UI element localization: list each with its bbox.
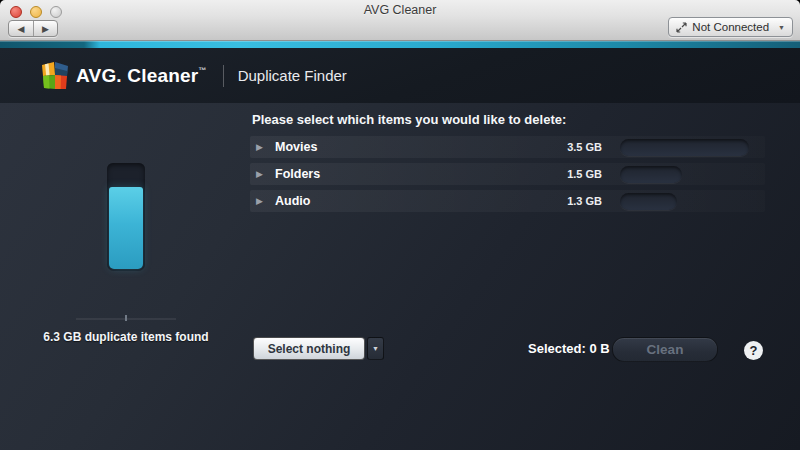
size-bar [620, 193, 677, 210]
size-bar [620, 139, 749, 156]
disclosure-icon[interactable]: ▶ [256, 169, 275, 179]
category-size: 1.5 GB [542, 168, 602, 180]
brand-title: AVG. Cleaner™ [76, 65, 207, 87]
size-bar-track [620, 139, 760, 156]
accent-strip [0, 41, 800, 48]
app-window: AVG Cleaner ◀ ▶ Not Connected ▼ AVG. [0, 0, 800, 450]
back-button[interactable]: ◀ [9, 21, 33, 36]
category-label: Audio [275, 194, 542, 208]
header-divider [223, 65, 224, 87]
category-size: 3.5 GB [542, 141, 602, 153]
app-header: AVG. Cleaner™ Duplicate Finder [0, 48, 800, 103]
list-item-folders[interactable]: ▶ Folders 1.5 GB [250, 163, 765, 185]
category-size: 1.3 GB [542, 195, 602, 207]
section-heading: Please select which items you would like… [252, 112, 566, 127]
forward-button[interactable]: ▶ [33, 21, 57, 36]
select-options-dropdown[interactable]: ▼ [367, 337, 384, 360]
selected-size-label: Selected: 0 B [528, 341, 610, 356]
category-label: Folders [275, 167, 542, 181]
disclosure-icon[interactable]: ▶ [256, 142, 275, 152]
chevron-down-icon: ▼ [372, 345, 379, 352]
connect-arrows-icon [676, 22, 687, 33]
nav-buttons: ◀ ▶ [8, 20, 58, 37]
chevron-down-icon: ▼ [778, 24, 785, 31]
main-content: 6.3 GB duplicate items found Please sele… [0, 103, 800, 450]
help-button[interactable]: ? [744, 341, 763, 360]
back-icon: ◀ [18, 24, 25, 34]
duplicates-gauge-fill [109, 187, 143, 269]
duplicates-summary: 6.3 GB duplicate items found [26, 330, 226, 344]
size-bar-track [620, 166, 760, 183]
list-item-movies[interactable]: ▶ Movies 3.5 GB [250, 136, 765, 158]
gauge-tick [125, 315, 127, 321]
size-bar-track [620, 193, 760, 210]
page-title: Duplicate Finder [238, 67, 347, 84]
window-title: AVG Cleaner [0, 3, 800, 17]
forward-icon: ▶ [42, 24, 49, 34]
avg-logo-icon [42, 62, 68, 90]
select-nothing-button[interactable]: Select nothing [253, 337, 365, 360]
disclosure-icon[interactable]: ▶ [256, 196, 275, 206]
trademark: ™ [198, 66, 206, 75]
clean-button[interactable]: Clean [612, 337, 718, 362]
duplicate-categories-list: ▶ Movies 3.5 GB ▶ Folders 1.5 GB ▶ Audio… [250, 136, 765, 217]
list-item-audio[interactable]: ▶ Audio 1.3 GB [250, 190, 765, 212]
connection-status-button[interactable]: Not Connected ▼ [668, 17, 793, 37]
category-label: Movies [275, 140, 542, 154]
selection-control: Select nothing ▼ [253, 337, 384, 360]
size-bar [620, 166, 682, 183]
connection-status-label: Not Connected [692, 21, 769, 33]
duplicates-gauge [107, 163, 145, 271]
help-icon: ? [750, 343, 758, 358]
titlebar: AVG Cleaner ◀ ▶ Not Connected ▼ [0, 0, 800, 41]
